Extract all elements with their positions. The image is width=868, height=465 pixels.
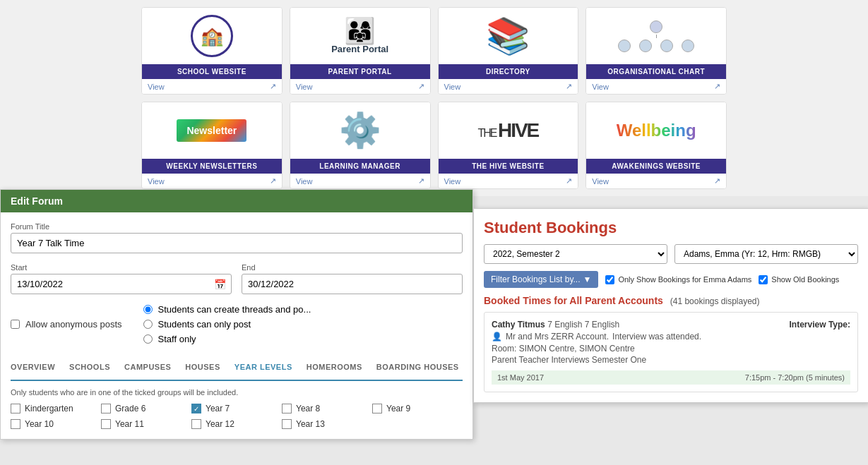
end-date-input-wrapper <box>242 274 463 294</box>
grade6-box[interactable] <box>101 404 111 413</box>
checkbox-year12: Year 12 <box>191 419 282 429</box>
filter-row: Filter Bookings List by... ▼ Only Show B… <box>484 271 858 288</box>
learning-manager-view[interactable]: View <box>296 177 313 186</box>
only-show-checkbox[interactable] <box>605 275 614 284</box>
parent-portal-view[interactable]: View <box>296 83 313 91</box>
external-link-icon-3[interactable]: ↗ <box>566 82 572 91</box>
newsletter-footer: View ↗ <box>142 174 282 188</box>
tab-schools[interactable]: SCHOOLS <box>69 363 110 375</box>
student-bookings-title: Student Bookings <box>484 219 858 237</box>
year8-label: Year 8 <box>296 404 320 413</box>
external-link-icon-4[interactable]: ↗ <box>714 82 720 91</box>
external-link-icon-5[interactable]: ↗ <box>270 176 276 186</box>
booking-subject-text: 7 English <box>585 320 619 330</box>
external-link-icon-8[interactable]: ↗ <box>714 176 720 186</box>
parent-portal-label: PARENT PORTAL <box>290 64 430 79</box>
card-hive-website: THE HIVE THE HIVE WEBSITE View ↗ <box>438 102 579 189</box>
radio-only-post[interactable] <box>143 320 153 329</box>
year9-box[interactable] <box>372 404 382 413</box>
external-link-icon-7[interactable]: ↗ <box>566 176 572 186</box>
year7-box[interactable]: ✓ <box>191 404 201 413</box>
checkbox-year11: Year 11 <box>101 419 191 429</box>
school-website-label: SCHOOL WEBSITE <box>142 64 282 79</box>
card-weekly-newsletters: Newsletter WEEKLY NEWSLETTERS View ↗ <box>141 102 283 189</box>
year12-box[interactable] <box>191 419 201 429</box>
checkbox-year10: Year 10 <box>11 419 101 429</box>
newsletter-label: WEEKLY NEWSLETTERS <box>142 159 282 174</box>
semester-select[interactable]: 2022, Semester 2 <box>484 244 667 264</box>
checkbox-year7: ✓ Year 7 <box>191 404 282 413</box>
filter-btn-label: Filter Bookings List by... <box>491 274 581 284</box>
year13-box[interactable] <box>282 419 292 429</box>
booking-account-text: Mr and Mrs ZERR Account. <box>506 332 609 342</box>
hive-footer: View ↗ <box>439 174 578 188</box>
booking-attended: Interview was attended. <box>612 332 701 342</box>
filter-button[interactable]: Filter Bookings List by... ▼ <box>484 271 598 288</box>
tab-homerooms[interactable]: HOMEROOMS <box>307 363 362 375</box>
checkbox-year9: Year 9 <box>372 404 463 413</box>
directory-view[interactable]: View <box>444 83 461 91</box>
tab-year-levels[interactable]: YEAR LEVELS <box>234 363 292 381</box>
end-date-input[interactable] <box>242 274 463 294</box>
kindergarten-box[interactable] <box>11 404 20 413</box>
radio-label-2: Students can only post <box>158 319 251 330</box>
student-select[interactable]: Adams, Emma (Yr: 12, Hrm: RMGB) <box>674 244 858 264</box>
student-bookings-panel: Student Bookings 2022, Semester 2 Adams,… <box>473 208 868 403</box>
date-row: Start 📅 End <box>11 263 463 294</box>
card-school-website: 🏫 SCHOOL WEBSITE View ↗ <box>141 7 283 95</box>
school-website-footer: View ↗ <box>142 79 282 94</box>
tab-overview[interactable]: OVERVIEW <box>11 363 55 375</box>
hive-icon: THE HIVE <box>477 119 538 142</box>
external-link-icon-2[interactable]: ↗ <box>418 82 424 91</box>
external-link-icon[interactable]: ↗ <box>270 82 276 91</box>
tab-houses[interactable]: HOUSES <box>185 363 220 375</box>
awakenings-view[interactable]: View <box>592 177 609 186</box>
radio-staff-only[interactable] <box>143 334 153 344</box>
directory-label: DIRECTORY <box>439 64 578 79</box>
booking-card: Interview Type: Cathy Titmus 7 English 7… <box>484 312 858 392</box>
anon-checkbox[interactable] <box>11 320 20 329</box>
tab-boarding-houses[interactable]: BOARDING HOUSES <box>376 363 459 375</box>
radio-item-3: Staff only <box>143 334 311 344</box>
forum-title-input[interactable] <box>11 233 463 253</box>
dropdown-arrow-icon: ▼ <box>583 274 592 284</box>
newsletter-view[interactable]: View <box>148 177 165 186</box>
year10-box[interactable] <box>11 419 20 429</box>
booked-header-text: Booked Times for All Parent Accounts <box>484 295 663 306</box>
year12-label: Year 12 <box>206 419 234 429</box>
card-directory: 📚 DIRECTORY View ↗ <box>438 7 579 95</box>
awakenings-footer: View ↗ <box>586 174 726 188</box>
show-old-checkbox[interactable] <box>759 275 768 284</box>
show-old-label: Show Old Bookings <box>771 275 839 284</box>
card-learning-manager: ⚙️ LEARNING MANAGER View ↗ <box>290 102 431 189</box>
parent-portal-image: 👨‍👩‍👧 Parent Portal <box>290 8 430 64</box>
tab-campuses[interactable]: CAMPUSES <box>124 363 171 375</box>
awakenings-label: AWAKENINGS WEBSITE <box>586 159 726 174</box>
org-chart-image <box>586 8 726 64</box>
interview-type-label: Interview Type: <box>790 320 850 330</box>
edit-forum-header: Edit Forum <box>1 190 472 212</box>
booking-event: Parent Teacher Interviews Semester One <box>492 355 850 365</box>
hive-view[interactable]: View <box>444 177 461 186</box>
radio-item-2: Students can only post <box>143 319 311 330</box>
card-parent-portal: 👨‍👩‍👧 Parent Portal PARENT PORTAL View ↗ <box>290 7 431 95</box>
booked-header: Booked Times for All Parent Accounts (41… <box>484 295 858 306</box>
learning-manager-image: ⚙️ <box>290 102 430 159</box>
year8-box[interactable] <box>282 404 292 413</box>
booking-date: 1st May 2017 <box>497 373 544 382</box>
newsletter-icon: Newsletter <box>177 119 246 142</box>
start-date-input-wrapper: 📅 <box>11 274 232 294</box>
anon-group: Allow anonymous posts <box>11 304 122 344</box>
org-chart-view[interactable]: View <box>592 83 609 91</box>
external-link-icon-6[interactable]: ↗ <box>418 176 424 186</box>
booking-name: Cathy Titmus <box>492 320 545 330</box>
start-date-input[interactable] <box>11 274 232 294</box>
school-website-view[interactable]: View <box>148 83 165 91</box>
awakenings-image: Wellbeing <box>586 102 726 159</box>
checkbox-year8: Year 8 <box>282 404 372 413</box>
grade6-label: Grade 6 <box>115 404 145 413</box>
year11-box[interactable] <box>101 419 111 429</box>
school-icon: 🏫 <box>191 15 233 57</box>
school-website-image: 🏫 <box>142 8 282 64</box>
radio-create-threads[interactable] <box>143 305 153 314</box>
